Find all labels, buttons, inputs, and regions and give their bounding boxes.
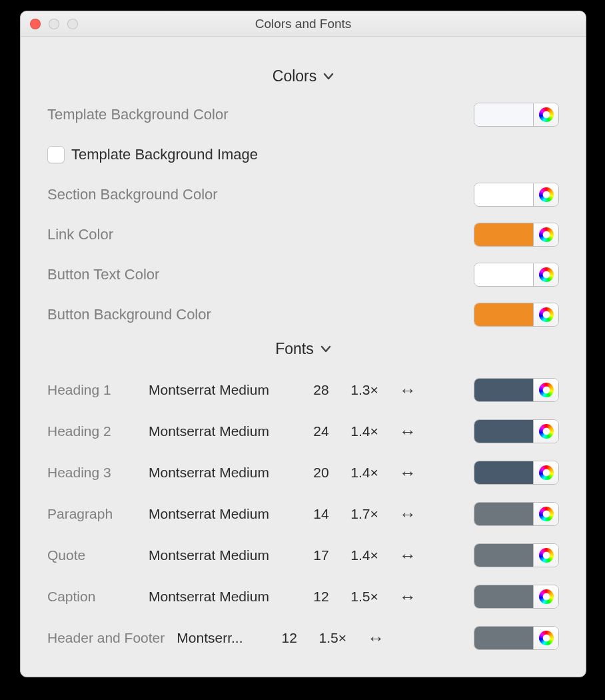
letter-spacing-button[interactable]: ↔ xyxy=(356,628,395,649)
font-name-label: Heading 1 xyxy=(47,382,149,398)
font-row: Heading 3 Montserrat Medium 20 1.4× ↔ xyxy=(47,458,559,487)
letter-spacing-button[interactable]: ↔ xyxy=(388,463,427,483)
font-face-button[interactable]: Montserrat Medium xyxy=(149,506,302,522)
template-bg-color-well[interactable] xyxy=(474,103,559,127)
section-bg-color-well[interactable] xyxy=(474,183,559,207)
font-name-label: Caption xyxy=(47,589,149,605)
section-bg-label: Section Background Color xyxy=(47,186,218,203)
font-color-swatch xyxy=(474,379,533,401)
color-picker-button[interactable] xyxy=(533,627,558,649)
color-wheel-icon xyxy=(539,424,554,439)
line-height-button[interactable]: 1.4× xyxy=(340,465,388,481)
close-window-button[interactable] xyxy=(30,19,41,29)
color-picker-button[interactable] xyxy=(533,420,558,443)
button-text-color-label: Button Text Color xyxy=(47,266,159,283)
color-wheel-icon xyxy=(539,548,554,563)
link-color-label: Link Color xyxy=(47,226,113,243)
font-name-label: Header and Footer xyxy=(47,630,165,646)
font-row: Header and Footer Montserr... 12 1.5× ↔ xyxy=(47,623,559,653)
window-content: Colors Template Background Color Templat… xyxy=(21,37,586,677)
font-color-swatch xyxy=(474,503,533,525)
template-bg-image-row: Template Background Image xyxy=(47,140,559,169)
window-title: Colors and Fonts xyxy=(21,17,586,31)
title-bar: Colors and Fonts xyxy=(21,11,586,37)
color-wheel-icon xyxy=(539,507,554,521)
button-bg-color-row: Button Background Color xyxy=(47,300,559,329)
font-color-well[interactable] xyxy=(474,461,559,485)
link-color-well[interactable] xyxy=(474,223,559,247)
line-height-button[interactable]: 1.4× xyxy=(340,423,388,439)
font-color-well[interactable] xyxy=(474,378,559,402)
link-color-row: Link Color xyxy=(47,220,559,249)
maximize-window-button[interactable] xyxy=(67,19,78,29)
font-color-well[interactable] xyxy=(474,502,559,526)
font-size-button[interactable]: 24 xyxy=(302,423,340,439)
color-picker-button[interactable] xyxy=(533,103,558,126)
color-picker-button[interactable] xyxy=(533,183,558,206)
font-face-button[interactable]: Montserrat Medium xyxy=(149,589,302,605)
color-picker-button[interactable] xyxy=(533,544,558,567)
window-controls xyxy=(30,19,78,29)
color-wheel-icon xyxy=(539,267,554,282)
font-color-well[interactable] xyxy=(474,419,559,443)
font-face-button[interactable]: Montserrat Medium xyxy=(149,423,302,439)
font-size-button[interactable]: 17 xyxy=(302,547,340,563)
font-face-button[interactable]: Montserrat Medium xyxy=(149,465,302,481)
chevron-down-icon xyxy=(323,73,334,81)
color-picker-button[interactable] xyxy=(533,223,558,246)
font-color-well[interactable] xyxy=(474,626,559,650)
line-height-button[interactable]: 1.5× xyxy=(308,630,356,646)
color-picker-button[interactable] xyxy=(533,461,558,484)
letter-spacing-button[interactable]: ↔ xyxy=(388,587,427,607)
button-text-color-well[interactable] xyxy=(474,263,559,287)
font-color-swatch xyxy=(474,627,533,649)
letter-spacing-button[interactable]: ↔ xyxy=(388,380,427,401)
line-height-button[interactable]: 1.4× xyxy=(340,547,388,563)
chevron-down-icon xyxy=(320,345,331,353)
letter-spacing-button[interactable]: ↔ xyxy=(388,421,427,442)
font-color-well[interactable] xyxy=(474,585,559,609)
font-name-label: Heading 2 xyxy=(47,423,149,439)
line-height-button[interactable]: 1.3× xyxy=(340,382,388,398)
font-color-swatch xyxy=(474,585,533,608)
color-wheel-icon xyxy=(539,227,554,242)
font-size-button[interactable]: 14 xyxy=(302,506,340,522)
color-picker-button[interactable] xyxy=(533,503,558,525)
font-color-well[interactable] xyxy=(474,543,559,567)
colors-section-toggle[interactable]: Colors xyxy=(47,67,559,85)
color-picker-button[interactable] xyxy=(533,379,558,401)
letter-spacing-button[interactable]: ↔ xyxy=(388,504,427,525)
color-picker-button[interactable] xyxy=(533,585,558,608)
color-picker-button[interactable] xyxy=(533,263,558,286)
button-bg-color-label: Button Background Color xyxy=(47,306,211,323)
font-size-button[interactable]: 20 xyxy=(302,465,340,481)
font-color-swatch xyxy=(474,461,533,484)
font-size-button[interactable]: 12 xyxy=(270,630,308,646)
font-face-button[interactable]: Montserrat Medium xyxy=(149,547,302,563)
font-name-label: Quote xyxy=(47,547,149,563)
minimize-window-button[interactable] xyxy=(49,19,59,29)
link-color-swatch xyxy=(474,223,533,246)
fonts-section-label: Fonts xyxy=(275,340,314,358)
colors-fonts-window: Colors and Fonts Colors Template Backgro… xyxy=(20,11,586,677)
line-height-button[interactable]: 1.7× xyxy=(340,506,388,522)
color-wheel-icon xyxy=(539,187,554,202)
color-wheel-icon xyxy=(539,631,554,645)
template-bg-swatch xyxy=(474,103,533,126)
fonts-section-toggle[interactable]: Fonts xyxy=(47,340,559,358)
template-bg-image-label: Template Background Image xyxy=(71,146,258,163)
template-bg-image-checkbox[interactable] xyxy=(47,146,65,163)
font-face-button[interactable]: Montserrat Medium xyxy=(149,382,302,398)
letter-spacing-button[interactable]: ↔ xyxy=(388,545,427,566)
font-size-button[interactable]: 12 xyxy=(302,589,340,605)
font-row: Heading 1 Montserrat Medium 28 1.3× ↔ xyxy=(47,375,559,405)
button-text-color-row: Button Text Color xyxy=(47,260,559,289)
font-name-label: Paragraph xyxy=(47,506,149,522)
font-face-button[interactable]: Montserr... xyxy=(177,630,270,646)
font-size-button[interactable]: 28 xyxy=(302,382,340,398)
section-bg-row: Section Background Color xyxy=(47,180,559,209)
line-height-button[interactable]: 1.5× xyxy=(340,589,388,605)
button-bg-color-well[interactable] xyxy=(474,303,559,327)
color-wheel-icon xyxy=(539,307,554,322)
color-picker-button[interactable] xyxy=(533,303,558,326)
